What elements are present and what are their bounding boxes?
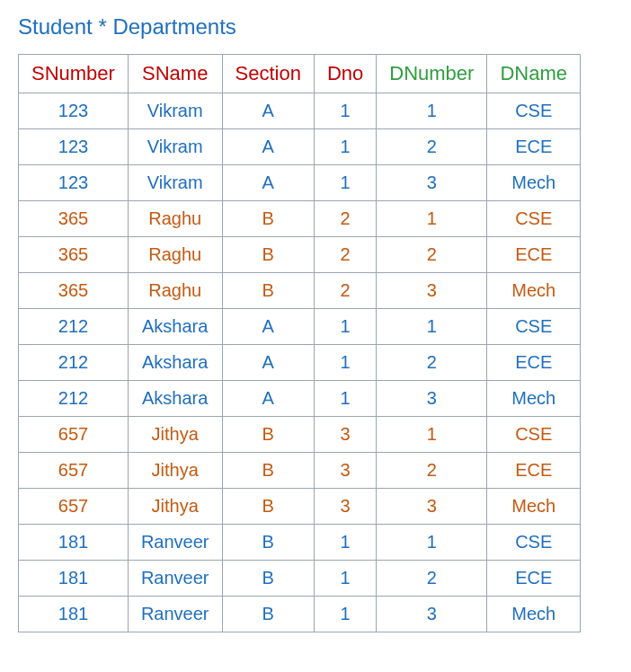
table-cell: 657 <box>19 453 129 489</box>
table-row: 365RaghuB21CSE <box>19 201 581 237</box>
table-cell: 212 <box>19 381 129 417</box>
data-table: SNumberSNameSectionDnoDNumberDName 123Vi… <box>18 54 581 632</box>
table-cell: 1 <box>314 381 376 417</box>
table-cell: 123 <box>19 129 129 165</box>
table-cell: B <box>222 453 314 489</box>
table-cell: 3 <box>377 273 487 309</box>
table-cell: 2 <box>314 237 376 273</box>
table-row: 365RaghuB23Mech <box>19 273 581 309</box>
table-cell: Akshara <box>128 381 222 417</box>
table-cell: Jithya <box>128 417 222 453</box>
table-cell: CSE <box>487 93 581 129</box>
table-cell: 2 <box>377 129 487 165</box>
table-cell: Mech <box>487 489 581 525</box>
table-cell: 2 <box>377 453 487 489</box>
table-row: 181RanveerB13Mech <box>19 597 581 632</box>
table-cell: 123 <box>19 165 129 201</box>
table-cell: 1 <box>314 597 376 632</box>
table-cell: ECE <box>487 129 581 165</box>
table-cell: 2 <box>314 273 376 309</box>
table-cell: Ranveer <box>128 561 222 597</box>
table-cell: 3 <box>377 597 487 632</box>
table-row: 365RaghuB22ECE <box>19 237 581 273</box>
table-cell: 1 <box>314 345 376 381</box>
table-row: 181RanveerB12ECE <box>19 561 581 597</box>
header-cell: DName <box>487 55 581 93</box>
table-row: 212AksharaA13Mech <box>19 381 581 417</box>
table-cell: Mech <box>487 165 581 201</box>
table-cell: A <box>222 129 314 165</box>
table-cell: B <box>222 489 314 525</box>
table-cell: Vikram <box>128 93 222 129</box>
table-cell: 3 <box>377 165 487 201</box>
header-cell: Dno <box>314 55 376 93</box>
table-cell: 1 <box>377 201 487 237</box>
table-row: 123VikramA12ECE <box>19 129 581 165</box>
table-cell: Ranveer <box>128 597 222 632</box>
table-cell: A <box>222 93 314 129</box>
table-cell: B <box>222 597 314 632</box>
table-cell: Vikram <box>128 129 222 165</box>
table-cell: 3 <box>314 417 376 453</box>
header-cell: SNumber <box>19 55 129 93</box>
table-cell: A <box>222 309 314 345</box>
table-cell: CSE <box>487 525 581 561</box>
table-row: 657JithyaB31CSE <box>19 417 581 453</box>
table-cell: B <box>222 561 314 597</box>
table-cell: Mech <box>487 381 581 417</box>
table-cell: A <box>222 165 314 201</box>
header-row: SNumberSNameSectionDnoDNumberDName <box>19 55 581 93</box>
table-cell: Mech <box>487 597 581 632</box>
table-cell: Raghu <box>128 237 222 273</box>
table-cell: 2 <box>314 201 376 237</box>
page-title: Student * Departments <box>18 14 613 40</box>
table-cell: 2 <box>377 345 487 381</box>
table-cell: 123 <box>19 93 129 129</box>
table-row: 181RanveerB11CSE <box>19 525 581 561</box>
table-cell: A <box>222 345 314 381</box>
table-row: 657JithyaB32ECE <box>19 453 581 489</box>
table-cell: 181 <box>19 561 129 597</box>
table-cell: 1 <box>314 165 376 201</box>
table-cell: 1 <box>314 93 376 129</box>
table-cell: 3 <box>314 489 376 525</box>
table-cell: 2 <box>377 561 487 597</box>
table-cell: 365 <box>19 237 129 273</box>
table-cell: A <box>222 381 314 417</box>
table-cell: CSE <box>487 201 581 237</box>
table-cell: B <box>222 417 314 453</box>
table-cell: 1 <box>314 561 376 597</box>
table-cell: 657 <box>19 489 129 525</box>
table-cell: B <box>222 525 314 561</box>
table-cell: 1 <box>377 309 487 345</box>
table-cell: ECE <box>487 237 581 273</box>
table-row: 212AksharaA11CSE <box>19 309 581 345</box>
table-cell: Vikram <box>128 165 222 201</box>
table-cell: Raghu <box>128 201 222 237</box>
table-cell: 1 <box>377 93 487 129</box>
table-cell: Raghu <box>128 273 222 309</box>
table-row: 657JithyaB33Mech <box>19 489 581 525</box>
table-cell: ECE <box>487 561 581 597</box>
table-cell: 1 <box>314 129 376 165</box>
table-cell: ECE <box>487 345 581 381</box>
table-row: 123VikramA11CSE <box>19 93 581 129</box>
header-cell: SName <box>128 55 222 93</box>
table-cell: 1 <box>377 525 487 561</box>
table-row: 123VikramA13Mech <box>19 165 581 201</box>
table-cell: B <box>222 201 314 237</box>
header-cell: Section <box>222 55 314 93</box>
table-cell: 212 <box>19 309 129 345</box>
table-cell: 1 <box>377 417 487 453</box>
table-row: 212AksharaA12ECE <box>19 345 581 381</box>
table-cell: 1 <box>314 309 376 345</box>
table-cell: 365 <box>19 201 129 237</box>
header-cell: DNumber <box>377 55 487 93</box>
table-cell: 181 <box>19 525 129 561</box>
table-cell: Akshara <box>128 309 222 345</box>
table-cell: Akshara <box>128 345 222 381</box>
table-cell: 181 <box>19 597 129 632</box>
table-cell: ECE <box>487 453 581 489</box>
table-cell: 3 <box>314 453 376 489</box>
table-cell: Ranveer <box>128 525 222 561</box>
